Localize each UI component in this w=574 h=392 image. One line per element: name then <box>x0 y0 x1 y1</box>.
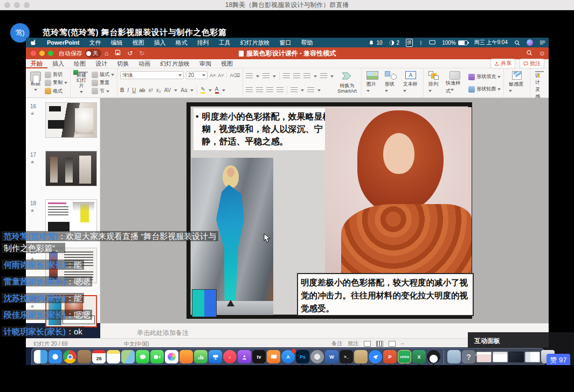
design-ideas-button[interactable]: 设计 灵感 <box>533 71 546 95</box>
slide-thumbnail-16[interactable] <box>45 102 97 138</box>
change-case-button[interactable]: Aa <box>181 87 187 93</box>
align-right-button[interactable] <box>266 87 273 93</box>
menu-edit[interactable]: 编辑 <box>106 39 128 47</box>
dock-books-icon[interactable] <box>267 350 280 363</box>
dock-contacts-icon[interactable] <box>78 350 91 363</box>
dock-pages-icon[interactable] <box>179 350 193 363</box>
copy-button[interactable]: 复制 <box>45 79 67 86</box>
character-spacing-button[interactable]: AV <box>164 87 171 93</box>
dock-maps-icon[interactable] <box>121 350 135 363</box>
arrange-button[interactable]: 排列 <box>426 71 441 95</box>
dock-terminal-icon[interactable]: >_ <box>340 350 353 363</box>
insert-picture-button[interactable]: 图片 <box>364 71 381 95</box>
tab-review[interactable]: 审阅 <box>195 59 216 68</box>
dock-podcasts-icon[interactable] <box>238 350 251 363</box>
superscript-button[interactable]: x² <box>148 87 153 93</box>
sensitivity-button[interactable]: 敏感度 <box>507 71 527 95</box>
tab-draw[interactable]: 绘图 <box>69 59 91 68</box>
underline-button[interactable]: U <box>132 87 136 93</box>
menu-window[interactable]: 窗口 <box>275 39 296 47</box>
convert-smartart-button[interactable]: 转换为 SmartArt <box>336 71 358 95</box>
menu-arrange[interactable]: 排列 <box>192 39 214 47</box>
search-icon[interactable] <box>526 50 532 58</box>
tab-view[interactable]: 视图 <box>216 59 238 68</box>
zoom-out-button[interactable]: − <box>401 341 404 347</box>
spotlight-search-icon[interactable] <box>511 40 523 46</box>
dock-folder-icon[interactable] <box>447 350 461 363</box>
font-name-select[interactable]: 宋体 <box>120 71 184 79</box>
dock-dingtalk-icon[interactable] <box>369 350 382 363</box>
menubar-clock[interactable]: 周三 上午9:04 <box>471 39 511 46</box>
dock-archive-utility-icon[interactable] <box>354 350 368 363</box>
align-left-button[interactable] <box>246 87 253 93</box>
line-spacing-button[interactable] <box>303 73 310 79</box>
redo-icon[interactable]: ↻ <box>139 50 144 57</box>
insert-shapes-button[interactable]: 形状 <box>383 71 399 95</box>
screen-mirroring-icon[interactable] <box>426 40 439 45</box>
numbering-button[interactable] <box>262 73 269 79</box>
close-window-button[interactable] <box>4 2 10 8</box>
cut-button[interactable]: 剪切 <box>45 71 67 78</box>
notification-bell-icon[interactable]: 10 <box>365 40 385 46</box>
undo-icon[interactable]: ↺ <box>127 50 133 57</box>
comments-toggle[interactable]: 批注 <box>348 340 358 347</box>
ppt-close-button[interactable] <box>31 51 36 56</box>
dock-numbers-icon[interactable] <box>194 350 208 363</box>
dock-keynote-icon[interactable] <box>209 350 222 363</box>
format-painter-button[interactable]: 格式 <box>45 88 67 95</box>
shape-outline-button[interactable]: 形状轮廓 <box>468 86 501 93</box>
slide-thumbnail-18[interactable] <box>45 199 97 235</box>
autosave-toggle[interactable]: 关 <box>85 49 101 58</box>
layout-button[interactable]: 版式 <box>92 71 114 78</box>
menu-slideshow[interactable]: 幻灯片放映 <box>236 39 275 47</box>
menu-format[interactable]: 格式 <box>171 39 192 47</box>
minimize-window-button[interactable] <box>14 2 20 8</box>
feedback-smiley-icon[interactable]: ☺ <box>539 50 545 57</box>
battery-status[interactable]: 100% <box>439 40 471 46</box>
slide-bullet-text[interactable]: •明度差小的色彩搭配，效果略显模糊，视觉缓和，给人以深沉、宁静，舒适、平稳之感。 <box>193 108 333 150</box>
menu-file[interactable]: 文件 <box>85 39 106 47</box>
slideshow-view-button[interactable] <box>389 341 396 347</box>
shape-fill-button[interactable]: 形状填充 <box>468 73 501 80</box>
strikethrough-button[interactable]: ab <box>139 87 145 93</box>
dock-open-app-icon[interactable]: OPEN <box>398 350 411 363</box>
dock-messages-icon[interactable] <box>136 350 149 363</box>
dock-word-icon[interactable]: W <box>325 350 338 363</box>
dock-calendar-icon[interactable]: 26 <box>92 350 106 363</box>
dock-powerpoint-icon[interactable]: P <box>383 350 397 363</box>
dock-notes-icon[interactable] <box>107 350 120 363</box>
paste-button[interactable]: 粘贴 <box>29 71 43 95</box>
bold-button[interactable]: B <box>120 87 124 93</box>
slide-photo-red-hair[interactable] <box>325 107 472 275</box>
menu-powerpoint[interactable]: PowerPoint <box>42 39 85 46</box>
siri-icon[interactable] <box>523 39 536 46</box>
home-icon[interactable]: ⌂ <box>105 50 108 57</box>
dock-qq-icon[interactable] <box>427 350 440 363</box>
menu-view[interactable]: 视图 <box>128 39 149 47</box>
shrink-font-button[interactable]: A˅ <box>218 73 224 78</box>
decrease-indent-button[interactable] <box>283 73 290 79</box>
ppt-minimize-button[interactable] <box>39 51 45 56</box>
align-center-button[interactable] <box>256 87 263 93</box>
new-slide-button[interactable]: 新建 幻灯片 <box>73 71 89 95</box>
increase-indent-button[interactable] <box>293 73 300 79</box>
notes-toggle[interactable]: 备注 <box>331 340 342 347</box>
dock-app-store-icon[interactable]: A <box>281 350 295 363</box>
slide-canvas[interactable]: •明度差小的色彩搭配，效果略显模糊，视觉缓和，给人以深沉、宁静，舒适、平稳之感。… <box>186 102 472 319</box>
slide-sorter-view-button[interactable] <box>376 341 383 347</box>
tab-animations[interactable]: 动画 <box>134 59 155 68</box>
tab-slideshow[interactable]: 幻灯片放映 <box>155 59 195 68</box>
align-text-button[interactable] <box>307 87 314 93</box>
dock-apple-tv-icon[interactable]: tv <box>252 350 266 363</box>
dock-minimized-finder-window[interactable] <box>525 352 540 362</box>
shield-status-icon[interactable]: 2 <box>386 40 403 46</box>
menu-insert[interactable]: 插入 <box>149 39 171 47</box>
menu-tools[interactable]: 工具 <box>214 39 236 47</box>
dock-unknown-app-icon[interactable]: ? <box>462 350 475 363</box>
dock-music-icon[interactable]: ♪ <box>223 350 237 363</box>
justify-button[interactable] <box>276 87 283 93</box>
reset-button[interactable]: 重置 <box>92 79 114 86</box>
slide-thumbnail-17[interactable] <box>45 151 97 186</box>
zoom-window-button[interactable] <box>24 2 30 8</box>
subscript-button[interactable]: x₂ <box>156 87 161 93</box>
